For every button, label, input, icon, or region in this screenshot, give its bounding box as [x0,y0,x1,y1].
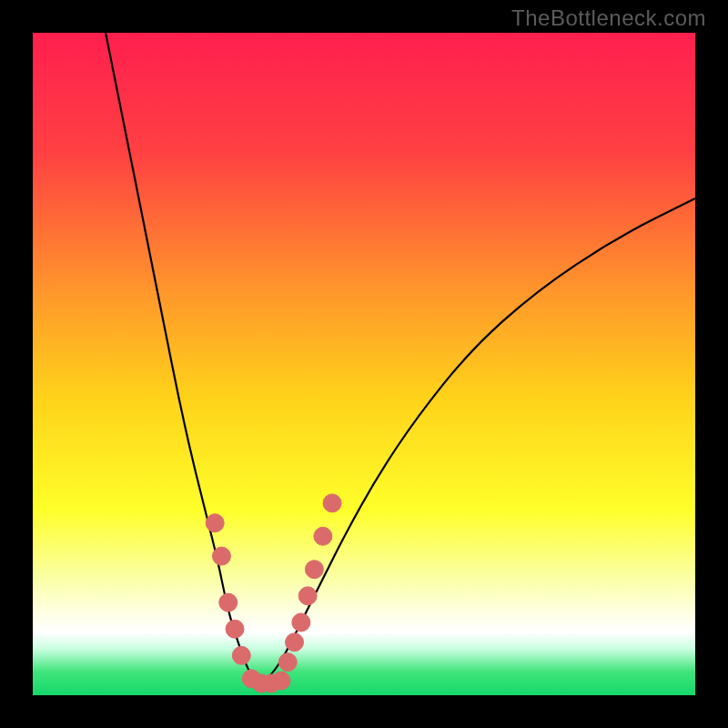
valley-dot [323,494,341,512]
valley-dot [298,587,317,605]
valley-dot [272,672,290,690]
valley-dot [232,646,250,664]
valley-dot [219,593,238,612]
outer-frame: TheBottleneck.com [0,0,728,728]
valley-dot [286,633,304,652]
valley-dot [278,653,297,672]
watermark-text: TheBottleneck.com [511,5,706,31]
chart-svg [33,33,695,695]
valley-dot [314,527,332,545]
gradient-rect [33,33,695,695]
valley-dot [206,514,224,532]
valley-dot [226,620,244,638]
plot-area [33,33,695,695]
valley-dot [305,561,323,579]
valley-dot [212,547,230,565]
valley-dot [292,613,310,632]
